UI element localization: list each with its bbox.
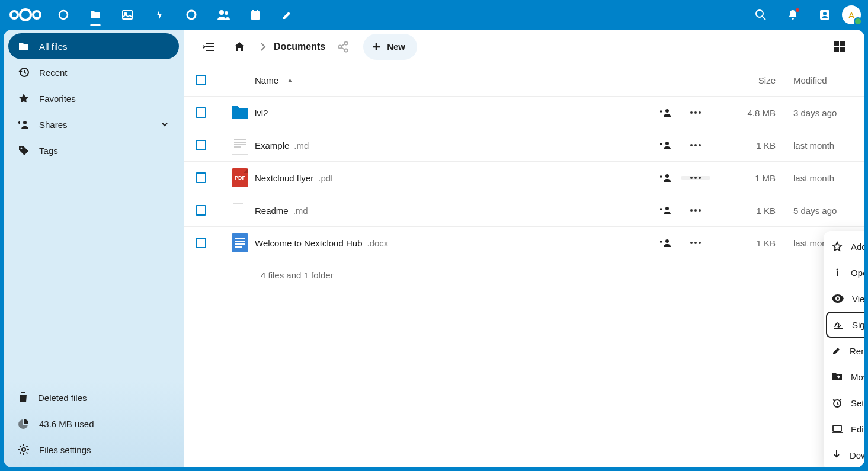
svg-point-8 — [225, 11, 228, 15]
notifications-icon[interactable] — [778, 0, 808, 30]
svg-point-13 — [756, 10, 763, 17]
svg-point-1 — [11, 11, 18, 18]
nav-contacts[interactable] — [209, 0, 238, 30]
svg-point-15 — [823, 12, 827, 15]
nav-files[interactable] — [81, 0, 110, 30]
avatar-letter: A — [848, 10, 854, 20]
nav-activity[interactable] — [145, 0, 174, 30]
nav-photos[interactable] — [113, 0, 142, 30]
svg-point-7 — [219, 10, 224, 15]
nav-circle2[interactable] — [177, 0, 206, 30]
svg-point-2 — [33, 11, 40, 18]
svg-rect-11 — [252, 10, 254, 12]
nav-calendar[interactable] — [241, 0, 270, 30]
nav-dashboard[interactable] — [49, 0, 78, 30]
search-icon[interactable] — [746, 0, 776, 30]
nextcloud-logo[interactable] — [7, 5, 44, 24]
svg-point-3 — [59, 11, 68, 19]
contacts-menu-icon[interactable] — [810, 0, 840, 30]
avatar[interactable]: A — [842, 5, 861, 24]
nav-edit[interactable] — [273, 0, 302, 30]
svg-point-6 — [187, 11, 196, 19]
svg-rect-12 — [257, 10, 258, 12]
svg-rect-4 — [123, 11, 132, 19]
svg-point-0 — [20, 9, 31, 20]
